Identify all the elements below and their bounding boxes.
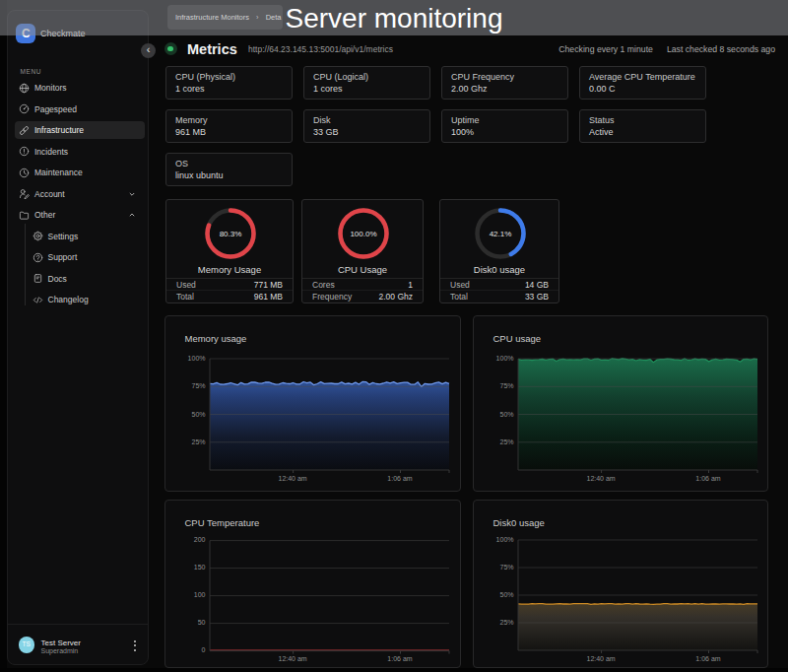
svg-text:100.0%: 100.0% — [350, 230, 376, 238]
svg-text:42.1%: 42.1% — [490, 230, 512, 238]
svg-text:80.3%: 80.3% — [220, 230, 242, 238]
